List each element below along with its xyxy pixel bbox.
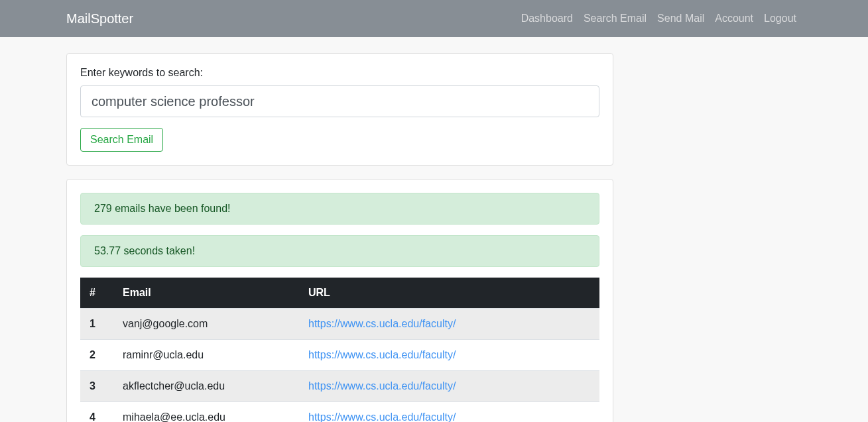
nav-link-search-email[interactable]: Search Email [584,13,647,25]
table-row: 1 vanj@google.com https://www.cs.ucla.ed… [80,309,599,340]
url-link[interactable]: https://www.cs.ucla.edu/faculty/ [308,349,456,360]
nav-link-account[interactable]: Account [715,13,753,25]
th-num: # [80,278,113,309]
cell-num: 1 [80,309,113,340]
search-input[interactable] [80,85,599,117]
search-email-button[interactable]: Search Email [80,128,163,152]
cell-url: https://www.cs.ucla.edu/faculty/ [299,371,599,402]
cell-url: https://www.cs.ucla.edu/faculty/ [299,340,599,371]
nav-link-logout[interactable]: Logout [764,13,796,25]
table-row: 3 akflectcher@ucla.edu https://www.cs.uc… [80,371,599,402]
alert-found: 279 emails have been found! [80,193,599,225]
navbar: MailSpotter Dashboard Search Email Send … [0,0,868,37]
nav-link-dashboard[interactable]: Dashboard [521,13,573,25]
nav-link-send-mail[interactable]: Send Mail [657,13,704,25]
search-card: Enter keywords to search: Search Email [66,53,613,166]
results-table: # Email URL 1 vanj@google.com https://ww… [80,278,599,422]
cell-num: 2 [80,340,113,371]
cell-num: 4 [80,402,113,423]
th-email: Email [113,278,299,309]
search-label: Enter keywords to search: [80,67,599,79]
table-row: 4 mihaela@ee.ucla.edu https://www.cs.ucl… [80,402,599,423]
cell-email: akflectcher@ucla.edu [113,371,299,402]
results-card: 279 emails have been found! 53.77 second… [66,179,613,422]
brand[interactable]: MailSpotter [66,11,133,26]
cell-email: mihaela@ee.ucla.edu [113,402,299,423]
cell-url: https://www.cs.ucla.edu/faculty/ [299,402,599,423]
cell-url: https://www.cs.ucla.edu/faculty/ [299,309,599,340]
alert-time: 53.77 seconds taken! [80,235,599,267]
th-url: URL [299,278,599,309]
url-link[interactable]: https://www.cs.ucla.edu/faculty/ [308,318,456,329]
cell-email: raminr@ucla.edu [113,340,299,371]
url-link[interactable]: https://www.cs.ucla.edu/faculty/ [308,411,456,422]
url-link[interactable]: https://www.cs.ucla.edu/faculty/ [308,380,456,392]
cell-email: vanj@google.com [113,309,299,340]
table-row: 2 raminr@ucla.edu https://www.cs.ucla.ed… [80,340,599,371]
cell-num: 3 [80,371,113,402]
navbar-nav: Dashboard Search Email Send Mail Account… [521,13,796,25]
